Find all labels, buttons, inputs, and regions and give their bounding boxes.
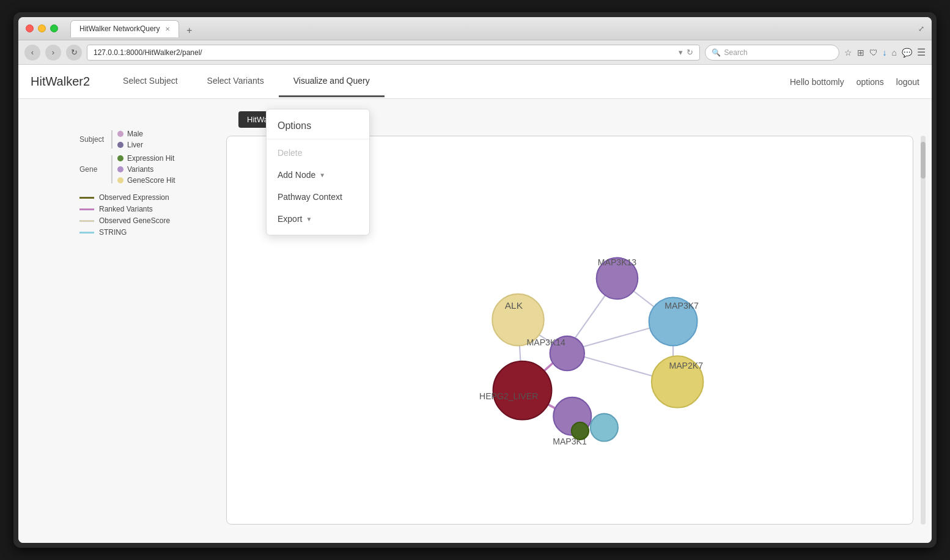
nav-right: Hello bottomly options logout: [790, 77, 919, 87]
back-button[interactable]: ‹: [24, 45, 40, 61]
nav-tabs: Select Subject Select Variants Visualize…: [108, 66, 385, 97]
node-small-teal[interactable]: [591, 414, 618, 441]
legend-variants-label: Variants: [127, 165, 153, 174]
pathway-context-label: Pathway Context: [278, 192, 342, 202]
shield-icon[interactable]: 🛡: [869, 48, 878, 57]
gene-label: Gene: [79, 165, 106, 174]
legend-expression-hit-label: Expression Hit: [127, 154, 174, 163]
app-brand: HitWalker2: [31, 75, 90, 89]
subject-label: Subject: [79, 135, 106, 144]
label-hepg2-liver: HEPG2_LIVER: [479, 391, 538, 401]
delete-label: Delete: [278, 148, 302, 158]
export-arrow: ▼: [306, 216, 312, 223]
url-icons: ▾ ↻: [679, 48, 693, 57]
address-bar: ‹ › ↻ 127.0.0.1:8000/HitWalker2/panel/ ▾…: [18, 40, 932, 65]
node-dark-olive[interactable]: [572, 422, 589, 440]
legend: Subject Male Liver G: [79, 130, 175, 237]
options-link[interactable]: options: [856, 77, 884, 87]
browser-icons: ☆ ⊞ 🛡 ↓ ⌂ 💬: [844, 48, 912, 57]
search-placeholder: Search: [724, 48, 748, 57]
dropdown-add-node[interactable]: Add Node ▼: [267, 164, 369, 186]
options-dropdown: Options Delete Add Node ▼ Pathway Contex…: [266, 109, 370, 235]
tab-title: HitWalker NetworkQuery: [79, 24, 160, 33]
label-map3k14: MAP3K14: [527, 337, 566, 347]
expand-icon[interactable]: ⤢: [918, 24, 924, 33]
browser-tab[interactable]: HitWalker NetworkQuery ✕: [70, 20, 179, 37]
legend-liver-label: Liver: [127, 141, 143, 149]
tab-close-icon[interactable]: ✕: [165, 26, 170, 32]
title-bar: HitWalker NetworkQuery ✕ + ⤢: [18, 17, 932, 40]
tab-select-variants[interactable]: Select Variants: [193, 66, 279, 97]
app-nav: HitWalker2 Select Subject Select Variant…: [18, 65, 932, 99]
content-area: HitWalker Result ▼ Options Delete Add No…: [18, 99, 932, 543]
download-icon[interactable]: ↓: [883, 48, 887, 57]
dropdown-icon: ▾: [679, 48, 683, 57]
add-node-arrow: ▼: [319, 172, 325, 179]
dropdown-export[interactable]: Export ▼: [267, 208, 369, 230]
home-icon[interactable]: ⌂: [892, 48, 897, 57]
label-map3k7: MAP3K7: [665, 301, 699, 311]
menu-icon[interactable]: ☰: [917, 46, 926, 58]
user-greeting: Hello bottomly: [790, 77, 844, 87]
new-tab-button[interactable]: +: [183, 24, 196, 37]
node-hepg2-liver[interactable]: [493, 361, 552, 420]
bookmark-icon[interactable]: ☆: [844, 48, 852, 57]
legend-string-label: STRING: [99, 228, 127, 237]
scrollbar-thumb[interactable]: [921, 142, 926, 179]
legend-observed-genescore-label: Observed GeneScore: [99, 216, 170, 225]
search-icon: 🔍: [712, 48, 721, 57]
legend-ranked-variants-label: Ranked Variants: [99, 205, 153, 213]
logout-link[interactable]: logout: [896, 77, 919, 87]
url-text: 127.0.0.1:8000/HitWalker2/panel/: [94, 48, 679, 57]
tab-select-subject[interactable]: Select Subject: [108, 66, 193, 97]
legend-male-label: Male: [127, 130, 143, 138]
legend-genescore-hit-label: GeneScore Hit: [127, 176, 175, 185]
tab-visualize-query[interactable]: Visualize and Query: [279, 66, 385, 97]
refresh-button[interactable]: ↻: [66, 45, 82, 61]
dropdown-title: Options: [267, 114, 369, 139]
legend-observed-expression-label: Observed Expression: [99, 193, 169, 202]
dropdown-delete[interactable]: Delete: [267, 142, 369, 164]
label-map2k7: MAP2K7: [669, 361, 703, 370]
forward-button[interactable]: ›: [45, 45, 61, 61]
reader-icon[interactable]: ⊞: [857, 48, 864, 57]
scrollbar[interactable]: [921, 136, 926, 525]
traffic-lights: [26, 24, 58, 32]
tab-bar: HitWalker NetworkQuery ✕ +: [70, 20, 918, 37]
label-map3k13: MAP3K13: [598, 257, 637, 267]
refresh-small-icon: ↻: [687, 48, 693, 57]
add-node-label: Add Node: [278, 170, 315, 180]
minimize-button[interactable]: [38, 24, 46, 32]
url-bar[interactable]: 127.0.0.1:8000/HitWalker2/panel/ ▾ ↻: [87, 45, 700, 61]
chat-icon[interactable]: 💬: [902, 48, 912, 57]
close-button[interactable]: [26, 24, 34, 32]
search-bar[interactable]: 🔍 Search: [705, 45, 839, 61]
dropdown-pathway-context[interactable]: Pathway Context: [267, 186, 369, 208]
label-alk: ALK: [505, 300, 523, 311]
export-label: Export: [278, 214, 302, 224]
maximize-button[interactable]: [50, 24, 58, 32]
